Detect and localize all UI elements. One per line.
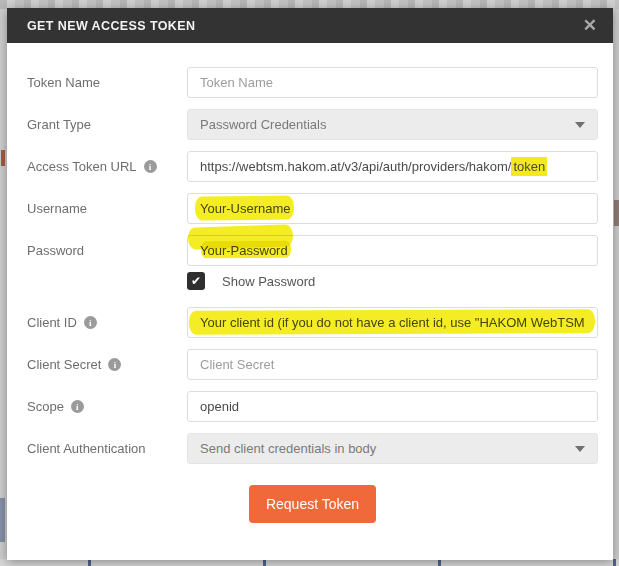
token-name-label: Token Name xyxy=(27,75,187,90)
info-icon[interactable]: i xyxy=(84,316,97,329)
token-name-input[interactable] xyxy=(187,67,598,98)
grant-type-row: Grant Type Password Credentials xyxy=(27,109,598,140)
button-row: Request Token xyxy=(27,485,598,523)
show-password-checkbox[interactable]: ✔ xyxy=(187,272,205,290)
username-input[interactable] xyxy=(187,193,598,224)
close-icon[interactable]: ✕ xyxy=(583,17,597,34)
background-page-right xyxy=(614,200,619,226)
password-row: Password xyxy=(27,235,598,266)
grant-type-select[interactable]: Password Credentials xyxy=(187,109,598,140)
info-icon[interactable]: i xyxy=(71,400,84,413)
info-icon[interactable]: i xyxy=(144,160,157,173)
checkmark-icon: ✔ xyxy=(191,274,201,288)
background-page-left xyxy=(1,150,5,166)
dialog-body: Token Name Grant Type Password Credentia… xyxy=(7,43,613,523)
highlight-token: token xyxy=(511,157,547,176)
show-password-label: Show Password xyxy=(222,274,315,289)
access-token-url-row: Access Token URL i https://webtsm.hakom.… xyxy=(27,151,598,182)
client-secret-input[interactable] xyxy=(187,349,598,380)
chevron-down-icon xyxy=(575,446,585,452)
scope-label: Scope i xyxy=(27,399,187,414)
background-page-bottom xyxy=(0,559,619,566)
dialog-titlebar: GET NEW ACCESS TOKEN ✕ xyxy=(7,8,613,43)
client-id-row: Client ID i xyxy=(27,307,598,338)
client-authentication-label: Client Authentication xyxy=(27,441,187,456)
password-label: Password xyxy=(27,243,187,258)
client-id-label: Client ID i xyxy=(27,315,187,330)
token-name-row: Token Name xyxy=(27,67,598,98)
grant-type-label: Grant Type xyxy=(27,117,187,132)
dialog-title: GET NEW ACCESS TOKEN xyxy=(27,19,195,33)
username-label: Username xyxy=(27,201,187,216)
access-token-url-input[interactable]: https://webtsm.hakom.at/v3/api/auth/prov… xyxy=(187,151,598,182)
client-id-input[interactable] xyxy=(187,307,598,338)
access-token-url-value: https://webtsm.hakom.at/v3/api/auth/prov… xyxy=(200,159,511,174)
client-authentication-select[interactable]: Send client credentials in body xyxy=(187,433,598,464)
password-input[interactable] xyxy=(187,235,598,266)
scope-input[interactable] xyxy=(187,391,598,422)
grant-type-value: Password Credentials xyxy=(200,117,326,132)
username-row: Username xyxy=(27,193,598,224)
show-password-row: ✔ Show Password xyxy=(27,272,598,290)
access-token-url-label: Access Token URL i xyxy=(27,159,187,174)
request-token-button[interactable]: Request Token xyxy=(249,485,376,523)
chevron-down-icon xyxy=(575,122,585,128)
client-secret-row: Client Secret i xyxy=(27,349,598,380)
get-new-access-token-dialog: GET NEW ACCESS TOKEN ✕ Token Name Grant … xyxy=(7,8,613,560)
client-authentication-row: Client Authentication Send client creden… xyxy=(27,433,598,464)
client-authentication-value: Send client credentials in body xyxy=(200,441,376,456)
background-page-left xyxy=(0,498,5,542)
info-icon[interactable]: i xyxy=(108,358,121,371)
client-secret-label: Client Secret i xyxy=(27,357,187,372)
scope-row: Scope i xyxy=(27,391,598,422)
